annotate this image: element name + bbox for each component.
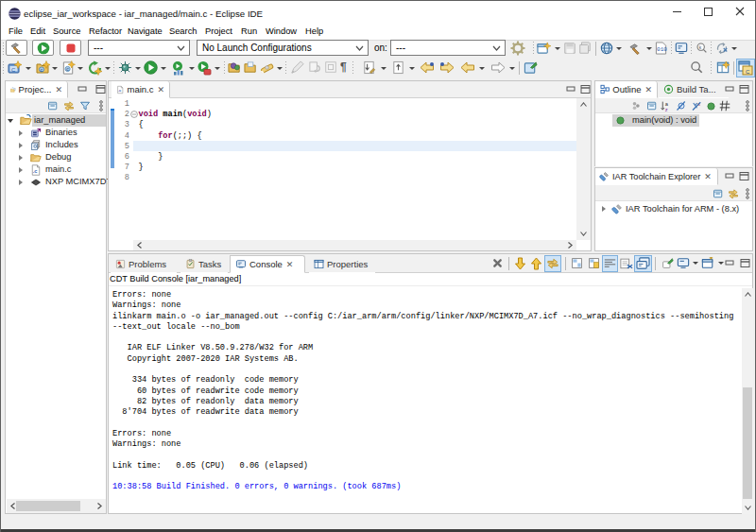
svg-text:010: 010 [657, 46, 667, 53]
svg-text:c: c [66, 66, 69, 72]
svg-text:a: a [665, 101, 669, 107]
svg-text:c: c [41, 67, 43, 73]
svg-text:C: C [746, 69, 750, 75]
svg-text:C: C [11, 67, 16, 73]
svg-text:z: z [665, 107, 668, 112]
svg-text:.c: .c [33, 168, 38, 174]
